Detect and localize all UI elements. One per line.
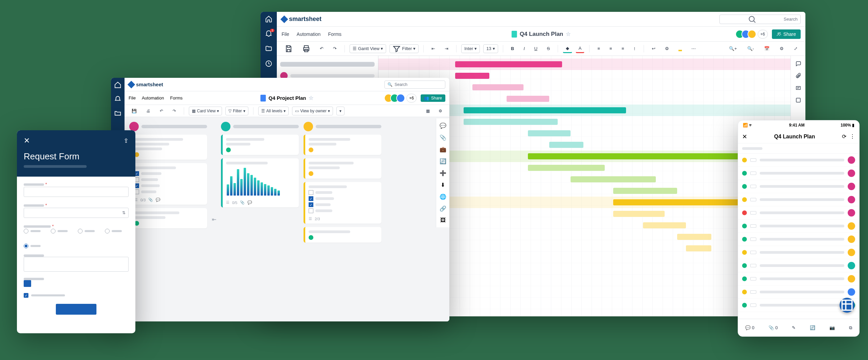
attachments-button[interactable]: 📎 0: [769, 325, 778, 330]
card[interactable]: [304, 227, 381, 243]
print-icon[interactable]: 🖨: [143, 107, 153, 115]
global-search[interactable]: Search: [719, 15, 801, 24]
gantt-bar[interactable]: [528, 153, 763, 159]
share-button[interactable]: Share: [772, 29, 801, 39]
add-icon[interactable]: ➕: [440, 170, 446, 176]
text-input[interactable]: [24, 187, 129, 197]
lane-header[interactable]: [304, 122, 381, 131]
underline-icon[interactable]: U: [531, 44, 540, 53]
list-item[interactable]: [738, 220, 859, 233]
gantt-bar[interactable]: [528, 130, 571, 136]
lane-header[interactable]: [221, 122, 299, 131]
gantt-bar[interactable]: [613, 188, 677, 194]
gantt-bar[interactable]: [613, 211, 664, 217]
list-item[interactable]: [738, 180, 859, 193]
list-item[interactable]: [738, 233, 859, 246]
collaborator-avatars[interactable]: +6: [738, 30, 768, 39]
proofs-icon[interactable]: [795, 85, 801, 91]
drag-handle-icon[interactable]: [750, 185, 756, 188]
recents-icon[interactable]: [265, 60, 272, 67]
list-item[interactable]: [738, 286, 859, 299]
list-item[interactable]: [738, 246, 859, 259]
collaborator-avatars[interactable]: +6: [387, 94, 417, 103]
menu-file[interactable]: File: [129, 95, 136, 100]
avatar-overflow[interactable]: +6: [758, 30, 768, 39]
favorite-star-icon[interactable]: ☆: [566, 31, 571, 37]
kanban-board[interactable]: ✓ ✓ ☰0/3📎💬 ⇤: [125, 117, 449, 321]
brand-logo[interactable]: smartsheet: [129, 82, 163, 87]
indent-icon[interactable]: ⇥: [442, 44, 451, 53]
drag-handle-icon[interactable]: [750, 290, 756, 294]
checkbox-icon[interactable]: ✓: [309, 196, 313, 201]
edit-icon[interactable]: ✎: [792, 325, 796, 330]
zoom-in-icon[interactable]: 🔍+: [726, 44, 740, 53]
menu-file[interactable]: File: [282, 31, 289, 37]
camera-icon[interactable]: 📷: [829, 325, 835, 330]
gantt-bar[interactable]: [549, 142, 583, 148]
gantt-row[interactable]: [280, 59, 375, 70]
link-icon[interactable]: 🔗: [440, 205, 446, 212]
italic-icon[interactable]: I: [520, 44, 528, 53]
zoom-out-icon[interactable]: 🔍-: [744, 44, 757, 53]
menu-automation[interactable]: Automation: [297, 31, 321, 37]
view-switcher[interactable]: ▦ Card View ▾: [189, 107, 222, 115]
card[interactable]: [304, 135, 381, 155]
drag-handle-icon[interactable]: [750, 211, 756, 215]
checkbox-row[interactable]: ✓: [24, 293, 129, 298]
align-center-icon[interactable]: ≡: [606, 44, 615, 53]
card[interactable]: [129, 208, 207, 228]
menu-forms[interactable]: Forms: [328, 31, 341, 37]
notifications-icon[interactable]: [114, 95, 121, 103]
favorite-star-icon[interactable]: ☆: [309, 95, 313, 101]
radio-option[interactable]: [78, 229, 95, 233]
attachments-icon[interactable]: 📎: [440, 134, 446, 141]
save-icon[interactable]: [282, 44, 296, 53]
level-selector[interactable]: ☰ All levels ▾: [258, 107, 289, 115]
briefcase-icon[interactable]: 💼: [440, 146, 446, 153]
menu-automation[interactable]: Automation: [142, 95, 164, 100]
wrap-icon[interactable]: ↩: [649, 44, 659, 53]
drag-handle-icon[interactable]: [750, 172, 756, 175]
valign-icon[interactable]: ⫶: [630, 44, 639, 53]
globe-icon[interactable]: 🌐: [440, 194, 446, 200]
strike-icon[interactable]: S: [544, 44, 553, 53]
filter-button[interactable]: ▽ Filter ▾: [225, 107, 248, 115]
radio-option[interactable]: [51, 229, 68, 233]
drag-handle-icon[interactable]: [750, 303, 756, 307]
save-icon[interactable]: 💾: [129, 107, 140, 115]
drag-handle-icon[interactable]: [750, 277, 756, 280]
list-item[interactable]: [738, 206, 859, 220]
sync-icon[interactable]: 🔄: [810, 325, 815, 330]
outdent-icon[interactable]: ⇤: [428, 44, 438, 53]
checkbox-icon[interactable]: [309, 208, 313, 213]
redo-icon[interactable]: ↷: [170, 107, 179, 115]
settings-icon[interactable]: ⚙: [777, 44, 787, 53]
drag-handle-icon[interactable]: [750, 198, 756, 201]
gantt-bar[interactable]: [472, 84, 524, 90]
view-by-selector[interactable]: ▭ View by owner ▾: [292, 107, 333, 115]
global-search[interactable]: 🔍 Search: [384, 81, 445, 89]
card[interactable]: [129, 135, 207, 160]
drag-handle-icon[interactable]: [750, 158, 756, 162]
radio-option[interactable]: [24, 229, 41, 233]
select-input[interactable]: ⇅: [24, 208, 129, 218]
checkbox-icon[interactable]: ✓: [309, 202, 313, 207]
download-icon[interactable]: ⬇: [441, 182, 445, 188]
brand-logo[interactable]: smartsheet: [282, 16, 321, 23]
close-icon[interactable]: ✕: [742, 133, 747, 140]
textarea-input[interactable]: [24, 257, 129, 272]
radio-option[interactable]: [24, 244, 41, 248]
list-item[interactable]: [738, 272, 859, 286]
more-icon[interactable]: ⋮: [850, 133, 855, 140]
print-icon[interactable]: [299, 44, 313, 53]
share-icon[interactable]: ⇪: [124, 137, 129, 144]
gantt-bar[interactable]: [455, 61, 562, 67]
card[interactable]: ☰0/5📎💬: [221, 158, 299, 207]
drag-handle-icon[interactable]: [750, 238, 756, 241]
gantt-bar[interactable]: [686, 245, 712, 251]
card[interactable]: ✓ ✓ ☰0/3📎💬: [129, 163, 207, 205]
avatar-overflow[interactable]: +6: [406, 94, 417, 103]
comments-icon[interactable]: 💬: [440, 122, 446, 129]
comments-button[interactable]: 💬 0: [745, 325, 754, 330]
font-family[interactable]: Inter ▾: [461, 44, 480, 53]
